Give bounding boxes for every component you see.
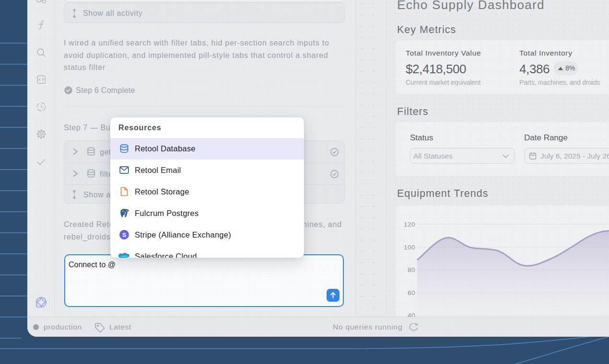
svg-text:S: S: [122, 231, 127, 239]
svg-text:80: 80: [408, 266, 415, 273]
svg-text:40: 40: [408, 312, 415, 317]
svg-text:60: 60: [408, 289, 415, 296]
svg-text:salesforce: salesforce: [121, 255, 128, 257]
svg-text:100: 100: [404, 244, 415, 251]
svg-text:120: 120: [404, 221, 415, 228]
